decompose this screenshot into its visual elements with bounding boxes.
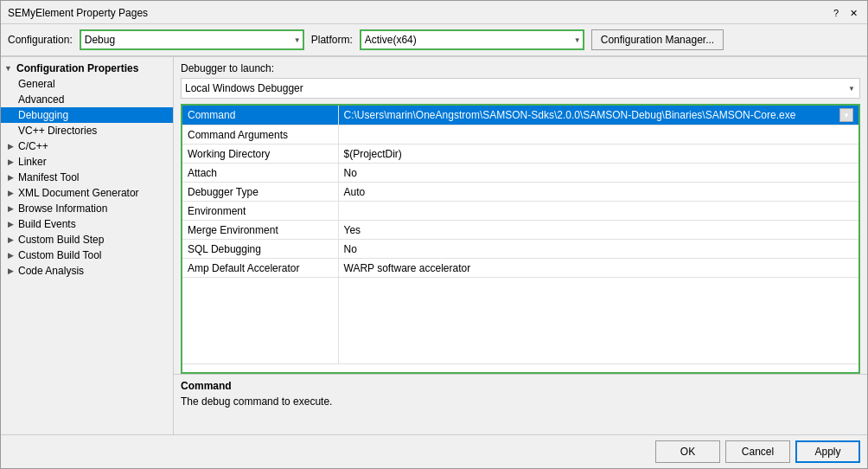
sidebar-item-label: Build Events: [18, 218, 76, 230]
sidebar-item-custom-build-step[interactable]: ▶ Custom Build Step: [1, 232, 173, 247]
expand-icon: ▶: [8, 204, 18, 213]
cancel-button[interactable]: Cancel: [725, 440, 790, 463]
property-key: Command: [182, 106, 338, 125]
sidebar-item-browse-information[interactable]: ▶ Browse Information: [1, 201, 173, 216]
sidebar-item-label: Code Analysis: [18, 265, 84, 277]
property-key: Debugger Type: [182, 183, 338, 202]
sidebar-item-custom-build-tool[interactable]: ▶ Custom Build Tool: [1, 247, 173, 263]
expand-icon: ▶: [8, 189, 18, 197]
help-button[interactable]: ?: [829, 6, 843, 20]
config-select-wrapper: Debug: [80, 29, 304, 50]
config-select[interactable]: Debug: [80, 29, 304, 50]
table-row[interactable]: Attach No: [182, 164, 858, 183]
table-row[interactable]: Command Arguments: [182, 125, 858, 145]
title-bar: SEMyElement Property Pages ? ✕: [1, 1, 867, 24]
main-area: ▼ Configuration Properties General Advan…: [1, 56, 867, 434]
sidebar-item-label: General: [18, 78, 55, 90]
table-row-empty: [182, 278, 858, 364]
sidebar-item-label: Browse Information: [18, 202, 107, 215]
sidebar-item-code-analysis[interactable]: ▶ Code Analysis: [1, 263, 173, 279]
expand-icon: ▶: [8, 157, 18, 166]
sidebar-root-item[interactable]: ▼ Configuration Properties: [1, 61, 173, 76]
expand-icon: ▶: [8, 173, 18, 182]
table-row[interactable]: SQL Debugging No: [182, 240, 858, 259]
property-value: C:\Users\marin\OneAngstrom\SAMSON-Sdks\2…: [338, 106, 858, 125]
debugger-launch-row: Debugger to launch:: [174, 57, 867, 78]
property-value: [338, 125, 858, 145]
sidebar-item-build-events[interactable]: ▶ Build Events: [1, 216, 173, 232]
property-key: Working Directory: [182, 145, 338, 164]
sidebar-item-vc-directories[interactable]: VC++ Directories: [1, 123, 173, 138]
expand-icon: ▶: [8, 251, 18, 260]
content-area: Debugger to launch: Local Windows Debugg…: [174, 57, 867, 434]
button-bar: OK Cancel Apply: [1, 434, 867, 468]
sidebar-item-label: Debugging: [18, 109, 68, 121]
property-pages-dialog: SEMyElement Property Pages ? ✕ Configura…: [0, 0, 868, 469]
property-value: Yes: [338, 221, 858, 240]
property-value: Auto: [338, 183, 858, 202]
table-row[interactable]: Amp Default Accelerator WARP software ac…: [182, 259, 858, 278]
property-value: WARP software accelerator: [338, 259, 858, 278]
sidebar-item-debugging[interactable]: Debugging: [1, 107, 173, 123]
sidebar-item-advanced[interactable]: Advanced: [1, 92, 173, 107]
property-value: No: [338, 240, 858, 259]
expand-icon: ▶: [8, 142, 18, 151]
property-key: SQL Debugging: [182, 240, 338, 259]
config-bar: Configuration: Debug Platform: Active(x6…: [1, 24, 867, 56]
property-key: Environment: [182, 202, 338, 221]
sidebar-item-cpp[interactable]: ▶ C/C++: [1, 138, 173, 154]
platform-label: Platform:: [311, 34, 353, 46]
table-row[interactable]: Environment: [182, 202, 858, 221]
sidebar-item-label: Custom Build Step: [18, 234, 104, 246]
property-value: [338, 202, 858, 221]
property-key: Attach: [182, 164, 338, 183]
sidebar-item-label: XML Document Generator: [18, 187, 139, 199]
sidebar-root-label: Configuration Properties: [16, 62, 138, 74]
apply-button[interactable]: Apply: [795, 440, 860, 463]
sidebar: ▼ Configuration Properties General Advan…: [1, 57, 174, 434]
sidebar-item-general[interactable]: General: [1, 76, 173, 92]
table-row[interactable]: Debugger Type Auto: [182, 183, 858, 202]
ok-button[interactable]: OK: [655, 440, 720, 463]
properties-table: Command C:\Users\marin\OneAngstrom\SAMSO…: [182, 106, 858, 364]
platform-select-wrapper: Active(x64): [360, 29, 584, 50]
expand-icon: ▶: [8, 220, 18, 228]
title-bar-controls: ? ✕: [829, 6, 860, 20]
debugger-select-row: Local Windows Debugger: [174, 78, 867, 104]
table-row[interactable]: Command C:\Users\marin\OneAngstrom\SAMSO…: [182, 106, 858, 125]
property-value: No: [338, 164, 858, 183]
properties-table-wrapper: Command C:\Users\marin\OneAngstrom\SAMSO…: [181, 104, 860, 374]
command-value: C:\Users\marin\OneAngstrom\SAMSON-Sdks\2…: [344, 109, 839, 121]
expand-icon: ▶: [8, 267, 18, 275]
config-manager-button[interactable]: Configuration Manager...: [591, 29, 724, 50]
config-label: Configuration:: [8, 34, 73, 46]
command-dropdown-button[interactable]: ▼: [839, 108, 853, 122]
description-title: Command: [181, 380, 860, 392]
sidebar-item-label: C/C++: [18, 140, 48, 152]
close-button[interactable]: ✕: [846, 6, 860, 20]
platform-select[interactable]: Active(x64): [360, 29, 584, 50]
sidebar-item-label: Manifest Tool: [18, 171, 79, 183]
sidebar-item-label: Linker: [18, 156, 47, 168]
description-text: The debug command to execute.: [181, 395, 860, 408]
expand-icon: ▼: [4, 64, 15, 73]
debugger-select[interactable]: Local Windows Debugger: [181, 78, 860, 99]
dialog-title: SEMyElement Property Pages: [8, 7, 148, 19]
sidebar-item-xml-doc-generator[interactable]: ▶ XML Document Generator: [1, 185, 173, 201]
property-key: Merge Environment: [182, 221, 338, 240]
property-value: $(ProjectDir): [338, 145, 858, 164]
table-row[interactable]: Working Directory $(ProjectDir): [182, 145, 858, 164]
property-key: Command Arguments: [182, 125, 338, 145]
sidebar-item-linker[interactable]: ▶ Linker: [1, 154, 173, 170]
sidebar-item-label: Custom Build Tool: [18, 249, 102, 261]
debugger-launch-label: Debugger to launch:: [181, 62, 274, 74]
sidebar-item-manifest-tool[interactable]: ▶ Manifest Tool: [1, 170, 173, 185]
description-area: Command The debug command to execute.: [174, 374, 867, 434]
sidebar-item-label: Advanced: [18, 93, 64, 106]
debugger-select-wrapper: Local Windows Debugger: [181, 78, 860, 99]
property-key: Amp Default Accelerator: [182, 259, 338, 278]
expand-icon: ▶: [8, 235, 18, 244]
table-row[interactable]: Merge Environment Yes: [182, 221, 858, 240]
sidebar-item-label: VC++ Directories: [18, 125, 97, 137]
